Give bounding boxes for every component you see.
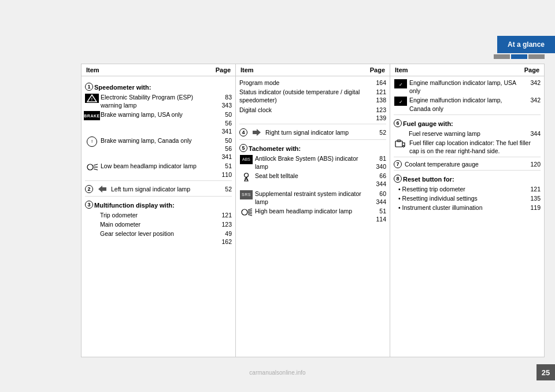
circle-4: 4 — [239, 128, 247, 136]
section-4-header: 4 Right turn signal indicator lamp 52 — [239, 127, 386, 138]
section-5-title: Tachometer with: — [249, 145, 301, 152]
nav-dot-2[interactable] — [511, 54, 527, 59]
col3-body: ✓ Engine malfunction indicator lamp, USA… — [390, 76, 544, 216]
col1-header: Item Page — [82, 64, 235, 76]
engine-usa-text: Engine malfunction indicator lamp, USA o… — [409, 79, 523, 95]
section-7-header: 7 Coolant temperature gauge 120 — [394, 160, 541, 168]
brake-box: BRAKE — [84, 111, 100, 120]
seatbelt-text: Seat belt telltale — [255, 172, 368, 180]
srs-pages: 60 344 — [370, 190, 386, 206]
col3-page-label: Page — [524, 66, 539, 73]
divider-col2-1 — [239, 124, 386, 124]
main-content: Item Page 1 Speedometer with: ! — [81, 64, 545, 357]
svg-line-5 — [94, 169, 98, 170]
circle-1: 1 — [85, 83, 93, 91]
brake-usa-icon: BRAKE — [85, 110, 99, 121]
section-3-title: Multifunction display with: — [94, 202, 175, 209]
highbeam-icon — [239, 207, 253, 217]
section-2-header: 2 Left turn signal indicator lamp 52 — [85, 184, 232, 194]
list-item: Fuel reserve warning lamp 344 — [394, 130, 541, 138]
divider-col2-2 — [239, 139, 386, 140]
svg-line-15 — [248, 213, 252, 214]
svg-line-3 — [94, 164, 98, 165]
program-mode-pages: 164 — [370, 79, 386, 87]
reset-cluster-bullet: • Instrument cluster illumination — [398, 204, 482, 213]
divider-col3-3 — [394, 170, 541, 171]
right-turn-text: Right turn signal indicator lamp — [265, 128, 370, 136]
nav-dot-3[interactable] — [528, 54, 545, 59]
engine-usa-icon: ✓ — [394, 79, 408, 89]
col1-body: 1 Speedometer with: ! Electronic Stabili… — [82, 76, 235, 249]
column-3: Item Page ✓ Engine malfunction indicator… — [390, 64, 545, 357]
nav-dot-1[interactable] — [494, 54, 510, 59]
digital-clock-text: Digital clock — [239, 106, 368, 114]
watermark: carmanualsonline.info — [249, 369, 305, 376]
list-item: Seat belt telltale 66 344 — [239, 172, 386, 188]
list-item: • Resetting trip odometer 121 • Resettin… — [394, 185, 541, 212]
circle-2: 2 — [85, 185, 93, 193]
abs-box: ABS — [240, 155, 253, 164]
reset-trip-bullet: • Resetting trip odometer — [398, 185, 465, 194]
circle-5: 5 — [239, 144, 247, 152]
svg-marker-7 — [253, 129, 261, 136]
srs-box: SRS — [240, 190, 253, 199]
fuel-reserve-pages: 344 — [524, 130, 541, 138]
left-turn-icon — [95, 184, 109, 194]
seatbelt-pages: 66 344 — [370, 172, 386, 188]
svg-line-14 — [248, 210, 252, 211]
list-item: ✓ Engine malfunction indicator lamp, Can… — [394, 96, 541, 112]
list-item: ! Electronic Stability Program (ESP) war… — [85, 93, 232, 109]
highbeam-pages: 51 114 — [370, 207, 386, 223]
right-turn-pages: 52 — [370, 128, 386, 136]
seatbelt-icon — [239, 172, 253, 182]
svg-point-10 — [242, 209, 247, 215]
abs-icon: ABS — [239, 154, 253, 165]
lowbeam-text: Low beam headlamp indicator lamp — [101, 162, 214, 170]
at-a-glance-tab: At a glance — [497, 36, 555, 53]
section-6-header: 6 Fuel gauge with: — [394, 118, 541, 128]
col2-header: Item Page — [236, 64, 390, 76]
list-item: ✓ Engine malfunction indicator lamp, USA… — [394, 79, 541, 95]
page-number: 25 — [536, 364, 555, 380]
svg-text:✓: ✓ — [399, 99, 403, 105]
list-item: ABS Antilock Brake System (ABS) indicato… — [239, 154, 386, 171]
column-2: Item Page Program mode 164 Status indica… — [236, 64, 390, 357]
engine-canada-icon: ✓ — [394, 96, 408, 106]
abs-pages: 81 340 — [370, 154, 386, 171]
list-item: Gear selector lever position 49 162 — [85, 230, 232, 246]
col1-item-label: Item — [86, 66, 99, 73]
svg-text:✓: ✓ — [399, 82, 403, 87]
col2-item-label: Item — [240, 66, 254, 73]
column-1: Item Page 1 Speedometer with: ! — [81, 64, 236, 357]
engine-canada-text: Engine malfunction indicator lamp, Canad… — [409, 96, 523, 112]
list-item: BRAKE Brake warning lamp, USA only 50 56… — [85, 110, 232, 135]
esp-pages: 83 343 — [216, 93, 232, 109]
lowbeam-icon — [85, 162, 99, 172]
list-item: Digital clock 123 139 — [239, 106, 386, 122]
brake-canada-pages: 50 56 341 — [216, 136, 232, 161]
list-item: Low beam headlamp indicator lamp 51 110 — [85, 162, 232, 178]
section-5-header: 5 Tachometer with: — [239, 143, 386, 153]
col2-page-label: Page — [370, 66, 385, 73]
brake-circle: ! — [87, 136, 97, 147]
reset-individual-page: 135 — [530, 194, 541, 204]
list-item: Main odometer 123 — [85, 220, 232, 228]
section-8-header: 8 Reset button for: — [394, 173, 541, 184]
nav-tabs — [494, 54, 545, 59]
reset-cluster-page: 119 — [530, 204, 541, 213]
col2-body: Program mode 164 Status indicator (outsi… — [236, 76, 390, 227]
svg-point-2 — [87, 164, 93, 170]
trip-odometer-pages: 121 — [216, 211, 232, 219]
main-odometer-text: Main odometer — [100, 220, 214, 228]
list-item: Trip odometer 121 — [85, 211, 232, 219]
fuel-reserve-text: Fuel reserve warning lamp — [409, 130, 523, 138]
list-item: High beam headlamp indicator lamp 51 114 — [239, 207, 386, 223]
main-odometer-pages: 123 — [216, 220, 232, 228]
abs-text: Antilock Brake System (ABS) indicator la… — [255, 154, 368, 171]
divider-2 — [85, 196, 232, 197]
coolant-pages: 120 — [524, 160, 541, 168]
brake-usa-text: Brake warning lamp, USA only — [101, 110, 214, 119]
circle-8: 8 — [394, 175, 402, 183]
col3-item-label: Item — [395, 66, 408, 73]
srs-icon: SRS — [239, 190, 253, 200]
